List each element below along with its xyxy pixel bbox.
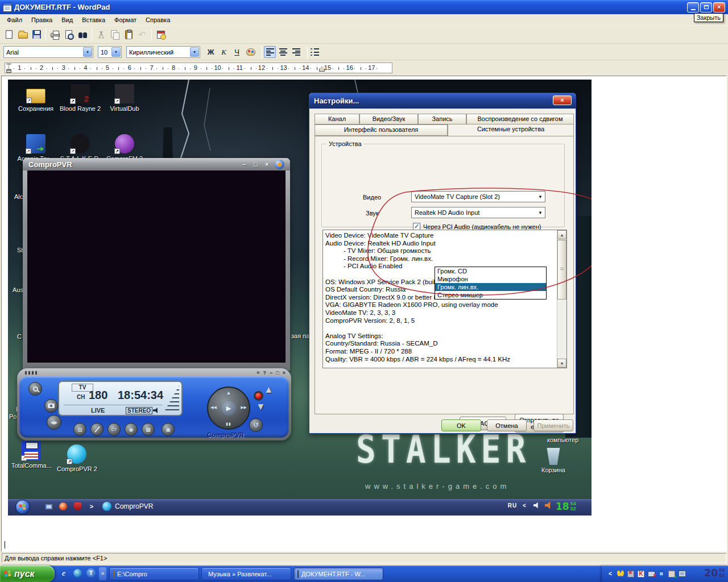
quick-launch-icon[interactable] [73, 502, 82, 511]
record-button[interactable] [254, 391, 263, 401]
dialog-tab[interactable]: Канал [315, 114, 359, 124]
compropvr-titlebar[interactable]: ComproPVR – □ × [23, 158, 290, 171]
menu-item[interactable]: Вставка [77, 15, 110, 24]
tray-icon[interactable] [647, 570, 655, 578]
audio-mode-button[interactable]: ◉ [125, 423, 138, 436]
chevron-down-icon[interactable]: ▼ [111, 47, 121, 57]
play-button[interactable]: ▶ [221, 401, 236, 415]
pvr-restore-button[interactable]: □ [251, 160, 260, 169]
mixer-dropdown-item[interactable]: Громк. CD [435, 267, 546, 275]
find-button[interactable] [76, 27, 89, 41]
channel-up-button[interactable]: ▲ [264, 384, 274, 396]
audio-device-combo[interactable]: Realtek HD Audio Input [411, 207, 545, 218]
open-button[interactable] [16, 27, 30, 41]
scrollbar[interactable]: ▲ ▼ [557, 230, 566, 368]
cancel-button[interactable]: Отмена [487, 419, 527, 431]
quick-launch-icon[interactable] [73, 568, 82, 577]
restore-button[interactable] [700, 2, 712, 13]
pvr-record-indicator-icon[interactable] [275, 160, 284, 169]
tray-icon[interactable] [678, 570, 686, 578]
menu-item[interactable]: Правка [27, 15, 57, 24]
menu-item[interactable]: Вид [57, 15, 77, 24]
ruler-strip[interactable]: 1234567891011121314151617 [5, 63, 392, 73]
chevron-down-icon[interactable]: ▼ [190, 47, 199, 57]
scrollbar-thumb[interactable] [557, 240, 566, 300]
dialog-tab[interactable]: Запись [418, 114, 466, 124]
print-preview-button[interactable] [62, 27, 76, 41]
bullets-button[interactable] [309, 46, 321, 58]
font-combo[interactable]: Arial ▼ [3, 46, 93, 58]
desktop-icon[interactable]: ↗ TotalComma... [11, 441, 52, 469]
tray-icon[interactable] [627, 570, 635, 578]
quick-launch-chevron[interactable]: » [99, 567, 106, 580]
inner-task-button[interactable]: ComproPVR [99, 501, 156, 512]
dialog-close-button[interactable]: × [553, 95, 572, 105]
cut-button[interactable] [94, 27, 108, 41]
panel-menu-button[interactable]: = [257, 370, 259, 376]
channel-scan-button[interactable]: ◀▶ [47, 415, 61, 430]
desktop-icon[interactable]: ↗ ComproPVR 2 [57, 444, 97, 472]
menu-item[interactable]: Формат [110, 15, 141, 24]
video-display-area[interactable] [27, 171, 286, 363]
scroll-up-icon[interactable]: ▲ [557, 230, 566, 239]
align-left-button[interactable] [264, 46, 276, 58]
quick-launch-icon[interactable]: > [87, 502, 96, 511]
quick-launch-icon[interactable] [44, 502, 53, 511]
snapshot-button[interactable] [44, 399, 58, 413]
menu-item[interactable]: Справка [141, 15, 175, 24]
pause-button[interactable]: ▮▮ [208, 422, 249, 426]
quick-launch-icon[interactable]: e [59, 568, 68, 577]
desktop-icon[interactable]: ↗ Сохранения [14, 84, 58, 134]
underline-button[interactable]: Ч [231, 46, 243, 58]
zoom-button[interactable] [28, 382, 42, 396]
inner-start-button[interactable] [15, 500, 30, 514]
tray-icon[interactable] [668, 570, 676, 578]
left-indent-marker[interactable] [6, 70, 11, 73]
taskbar-task-button[interactable]: E:\Compro [109, 567, 199, 580]
dialog-tab[interactable]: Видео/Звук [359, 114, 418, 124]
timeshift-button[interactable]: CT [107, 423, 121, 436]
taskbar-task-button[interactable]: Музыка » Развлекат... [201, 567, 291, 580]
date-time-button[interactable] [154, 27, 168, 41]
dialog-tab[interactable]: Системные устройства [448, 124, 574, 136]
channel-down-button[interactable]: ▼ [256, 401, 266, 413]
apply-button[interactable]: Применить [533, 419, 573, 431]
edit-button[interactable] [90, 423, 104, 436]
tv-settings-button[interactable]: ▣ [162, 423, 175, 436]
mixer-dropdown-item[interactable]: Микрофон [435, 275, 546, 283]
video-device-combo[interactable]: VideoMate TV Capture (Slot 2) [411, 191, 545, 202]
tray-icon[interactable]: < [606, 570, 614, 578]
tray-icon[interactable] [532, 501, 540, 509]
panel-compact-button[interactable]: □ [276, 370, 279, 376]
recycle-bin[interactable]: Корзина [541, 448, 565, 473]
desktop-icon[interactable]: ↗ VirtualDub [102, 84, 147, 134]
tray-icon[interactable]: RU [508, 501, 516, 509]
font-color-button[interactable] [245, 46, 257, 58]
panel-help-button[interactable]: ? [263, 370, 267, 376]
tray-icon[interactable]: B [657, 570, 665, 578]
mixer-dropdown-item[interactable]: Громк. лин.вх. [435, 283, 546, 291]
panel-close-button[interactable]: × [283, 370, 286, 376]
start-button[interactable]: пуск [0, 566, 55, 582]
minimize-button[interactable] [687, 2, 699, 13]
new-document-button[interactable] [2, 27, 16, 41]
copy-button[interactable] [108, 27, 122, 41]
ok-button[interactable]: OK [441, 419, 481, 431]
close-button[interactable]: × [713, 2, 725, 13]
print-button[interactable] [48, 27, 62, 41]
quick-launch-icon[interactable] [59, 502, 68, 511]
desktop-icon[interactable]: ↗ Blood Rayne 2 [58, 84, 102, 134]
pvr-minimize-button[interactable]: – [239, 160, 249, 169]
taskbar-task-button[interactable]: ДОКУМЕНТ.RTF - W... [293, 567, 383, 580]
quick-launch-icon[interactable]: T [86, 568, 96, 577]
skip-forward-button[interactable]: ▲ [208, 390, 249, 396]
tray-icon[interactable] [544, 501, 552, 509]
mixer-dropdown-item[interactable]: Стерео микшер [435, 291, 546, 299]
panel-minimize-button[interactable]: − [270, 370, 272, 376]
scroll-down-icon[interactable]: ▼ [557, 359, 566, 368]
save-button[interactable] [30, 27, 43, 41]
tray-icon[interactable]: < [520, 501, 528, 509]
tray-icon[interactable]: K [637, 570, 645, 578]
undo-button[interactable]: ↶ [135, 27, 149, 41]
playlist-button[interactable]: ▤ [73, 423, 86, 436]
